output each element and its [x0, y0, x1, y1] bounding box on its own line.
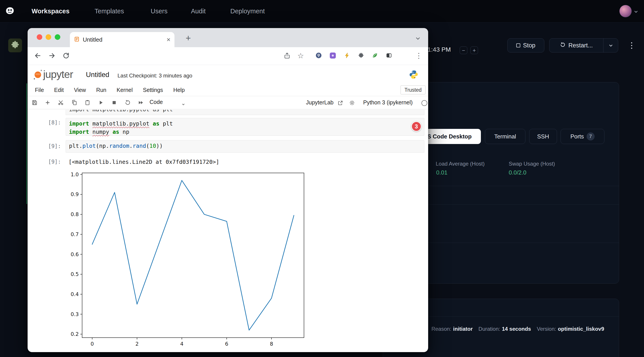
workspace-menu-button[interactable] — [628, 40, 635, 51]
clipped-cell-text: import matplotlib.pyplot as plt — [69, 110, 173, 112]
new-tab-button[interactable]: + — [183, 33, 193, 43]
browser-tab-strip: Untitled × + — [28, 28, 428, 47]
back-button[interactable] — [34, 51, 42, 60]
run-cell-button[interactable] — [97, 99, 105, 106]
purple-extension-icon[interactable] — [329, 52, 336, 59]
input-prompt-9: [9]: — [41, 143, 61, 149]
insert-cell-button[interactable] — [44, 99, 52, 106]
nav-templates[interactable]: Templates — [94, 0, 124, 22]
restart-options-button[interactable] — [603, 38, 618, 52]
ssh-label: SSH — [537, 133, 549, 140]
code-line: import numpy as np — [69, 128, 421, 136]
notebook-title[interactable]: Untitled — [86, 71, 109, 79]
copy-cell-button[interactable] — [70, 99, 78, 106]
svg-text:6: 6 — [225, 341, 228, 347]
token-as: as — [149, 120, 163, 127]
jupyter-wordmark: jupyter — [43, 68, 73, 80]
jupyter-menu-bar: File Edit View Run Kernel Settings Help — [28, 84, 428, 96]
top-nav: Workspaces Templates Users Audit Deploym… — [0, 0, 644, 22]
code-line: import matplotlib.pyplot as plt — [69, 120, 421, 128]
kernel-idle-indicator — [422, 100, 427, 106]
token-obj: plt — [69, 143, 79, 149]
save-button[interactable] — [31, 99, 38, 106]
split-view-extension-icon[interactable] — [385, 52, 393, 59]
forward-button[interactable] — [48, 51, 56, 60]
dot — [631, 42, 632, 44]
token-number: 10 — [149, 143, 156, 149]
tab-close-icon[interactable]: × — [166, 36, 170, 43]
restart-run-all-button[interactable] — [137, 99, 145, 106]
nav-workspaces[interactable]: Workspaces — [32, 0, 70, 22]
token-paren: )) — [156, 143, 163, 149]
paste-cell-button[interactable] — [84, 99, 91, 106]
external-link-icon[interactable] — [336, 99, 344, 107]
svg-text:2: 2 — [135, 341, 139, 347]
menu-edit[interactable]: Edit — [54, 87, 64, 93]
leaf-extension-icon[interactable] — [371, 52, 379, 59]
trusted-button[interactable]: Trusted — [400, 86, 426, 94]
window-close-button[interactable] — [37, 34, 42, 40]
window-maximize-button[interactable] — [55, 34, 60, 40]
nav-deployment[interactable]: Deployment — [230, 0, 265, 22]
menu-settings[interactable]: Settings — [143, 87, 163, 93]
lightning-extension-icon[interactable] — [343, 52, 351, 59]
tab-search-chevron-icon[interactable] — [414, 34, 422, 42]
workspace-status-indicator — [26, 83, 27, 204]
password-manager-extension-icon[interactable] — [315, 52, 322, 59]
app-logo[interactable] — [5, 6, 15, 16]
bookmark-star-icon[interactable]: ☆ — [296, 51, 305, 60]
duration-label: Duration: — [478, 326, 500, 332]
restart-button[interactable]: Restart... — [549, 38, 618, 52]
clipped-cell-fragment[interactable]: import matplotlib.pyplot as plt — [66, 110, 424, 115]
extensions-puzzle-icon[interactable] — [357, 52, 365, 59]
svg-text:8: 8 — [270, 341, 273, 347]
interrupt-kernel-button[interactable] — [110, 99, 118, 106]
code-cell-8[interactable]: import matplotlib.pyplot as plt import n… — [66, 118, 424, 136]
token-method: plot — [82, 143, 96, 149]
kernel-name[interactable]: Python 3 (ipykernel) — [363, 99, 412, 106]
cut-cell-button[interactable] — [57, 99, 64, 106]
reload-button[interactable] — [62, 51, 70, 60]
zoom-out-button[interactable]: − — [460, 46, 467, 54]
load-average-value: 0.01 — [436, 169, 448, 176]
token-dot: . — [129, 143, 133, 149]
svg-text:1.0: 1.0 — [70, 172, 79, 178]
menu-kernel[interactable]: Kernel — [116, 87, 133, 93]
zoom-in-button[interactable]: + — [470, 46, 478, 54]
cell-type-chevron-icon[interactable] — [180, 100, 187, 108]
load-average-label: Load Average (Host) — [436, 160, 485, 167]
terminal-label: Terminal — [494, 133, 516, 140]
token-import: import — [69, 129, 92, 135]
ssh-button[interactable]: SSH — [529, 129, 557, 144]
collaborator-count-badge: 3 — [411, 121, 422, 132]
nav-audit[interactable]: Audit — [191, 0, 206, 22]
cell-type-dropdown[interactable]: Code — [150, 99, 163, 105]
code-cell-9[interactable]: plt.plot(np.random.rand(10)) — [66, 140, 424, 153]
menu-file[interactable]: File — [35, 87, 44, 93]
nav-users[interactable]: Users — [151, 0, 168, 22]
share-icon[interactable] — [282, 51, 292, 60]
token-paren: ( — [96, 143, 99, 149]
stop-button[interactable]: Stop — [507, 38, 544, 52]
svg-text:0.5: 0.5 — [70, 271, 79, 277]
restart-kernel-button[interactable] — [124, 99, 132, 106]
swap-usage-value: 0.0/2.0 — [509, 169, 526, 176]
browser-menu-icon[interactable]: ⋮ — [415, 50, 423, 61]
open-in-jupyterlab-link[interactable]: JupyterLab — [306, 99, 334, 106]
svg-text:4: 4 — [180, 341, 184, 347]
terminal-button[interactable]: Terminal — [485, 129, 526, 144]
window-minimize-button[interactable] — [46, 34, 51, 40]
template-puzzle-tile[interactable] — [8, 38, 22, 52]
menu-help[interactable]: Help — [173, 87, 185, 93]
browser-tab[interactable]: Untitled × — [70, 32, 174, 47]
build-info-row: Reason:initiator Duration:14 seconds Ver… — [432, 325, 604, 333]
menu-view[interactable]: View — [74, 87, 86, 93]
ports-button[interactable]: Ports 7 — [560, 129, 604, 144]
chevron-down-icon[interactable] — [634, 9, 638, 15]
settings-gear-icon[interactable] — [348, 99, 356, 106]
puzzle-icon — [11, 40, 20, 50]
build-version: Version:optimistic_liskov9 — [537, 325, 604, 333]
user-avatar[interactable] — [619, 5, 632, 17]
menu-run[interactable]: Run — [96, 87, 106, 93]
ports-count-badge: 7 — [586, 132, 594, 140]
